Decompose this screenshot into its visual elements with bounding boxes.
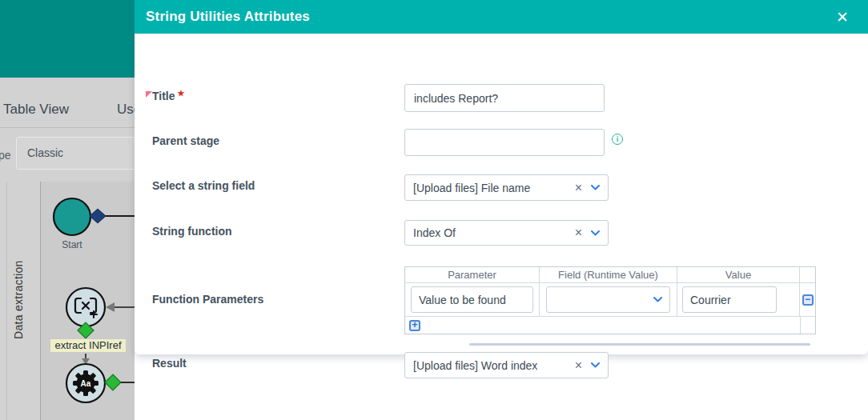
type-select[interactable]: Classic [16, 137, 135, 170]
parameters-table-header: Parameter Field (Runtime Value) Value [405, 267, 815, 283]
info-icon[interactable]: i [612, 134, 623, 145]
string-function-label: String function [152, 225, 232, 238]
required-icon: ★ [178, 89, 185, 98]
value-cell [677, 283, 800, 316]
start-node[interactable] [54, 198, 90, 235]
clear-icon[interactable]: × [575, 359, 582, 372]
modal-body: Title★ Parent stage i Select a string fi… [135, 34, 868, 354]
horizontal-scrollbar[interactable] [469, 343, 810, 346]
tabs-divider [0, 127, 135, 128]
task-node-extract[interactable] [66, 288, 105, 326]
tab-table-view[interactable]: Table View [3, 102, 69, 118]
tab-use[interactable]: Use [117, 102, 135, 118]
clear-icon[interactable]: × [575, 182, 582, 194]
string-field-select[interactable]: [Upload files] File name × [404, 174, 609, 201]
string-function-select[interactable]: Index Of × [404, 220, 609, 246]
parent-stage-label: Parent stage [152, 134, 219, 147]
field-runtime-select[interactable] [546, 286, 670, 313]
row-actions-cell: − [800, 283, 815, 316]
modal-title: String Utilities Attributes [146, 9, 310, 25]
parameter-input[interactable] [411, 286, 533, 313]
chevron-down-icon[interactable] [591, 185, 600, 190]
result-select[interactable]: [Upload files] Word index × [404, 352, 609, 378]
modified-flag-icon [146, 91, 152, 98]
result-label: Result [152, 357, 187, 370]
function-parameters-table: Parameter Field (Runtime Value) Value [404, 266, 816, 334]
start-node-label: Start [62, 239, 82, 250]
app-header-bar [0, 0, 135, 78]
lane-divider-line [40, 182, 41, 420]
modal-header: String Utilities Attributes ✕ [135, 0, 868, 34]
chevron-down-icon[interactable] [591, 362, 600, 368]
column-header-value: Value [677, 267, 800, 282]
chevron-down-icon[interactable] [653, 297, 662, 302]
chevron-down-icon[interactable] [591, 230, 600, 236]
parameters-table-row: − [405, 283, 815, 317]
remove-row-button[interactable]: − [802, 294, 814, 306]
string-function-select-value: Index Of [413, 226, 575, 239]
gear-icon: Aa [73, 370, 98, 396]
value-input[interactable] [682, 286, 777, 313]
add-row-area: + [405, 317, 801, 334]
title-input[interactable] [404, 84, 605, 112]
string-utilities-modal: String Utilities Attributes ✕ Title★ Par… [135, 0, 868, 354]
field-runtime-cell [540, 283, 677, 316]
parameters-table-footer: + [405, 317, 815, 334]
type-select-value: Classic [27, 146, 63, 159]
background-app-panel: Table View Use pe Classic Start [0, 0, 135, 420]
title-label-text: Title [152, 90, 175, 102]
gear-icon-text: Aa [81, 379, 91, 388]
lane-label-data-extraction: Data extraction [3, 236, 34, 364]
close-icon[interactable]: ✕ [836, 10, 849, 25]
string-field-label: Select a string field [152, 179, 255, 192]
column-header-actions [800, 267, 815, 282]
clear-icon[interactable]: × [575, 226, 582, 239]
column-header-field-runtime-value: Field (Runtime Value) [540, 267, 677, 282]
parent-stage-input[interactable] [404, 129, 605, 156]
add-row-button[interactable]: + [409, 320, 420, 331]
result-select-value: [Upload files] Word index [413, 359, 575, 372]
function-parameters-label: Function Parameters [152, 293, 263, 306]
parameter-cell [405, 283, 540, 316]
string-field-select-value: [Upload files] File name [413, 182, 575, 194]
column-header-parameter: Parameter [405, 267, 540, 282]
title-field-label: Title★ [152, 90, 185, 102]
type-label-fragment: pe [0, 149, 11, 162]
screen: Table View Use pe Classic Start [0, 0, 868, 420]
task1-label[interactable]: extract INPIref [54, 339, 121, 351]
